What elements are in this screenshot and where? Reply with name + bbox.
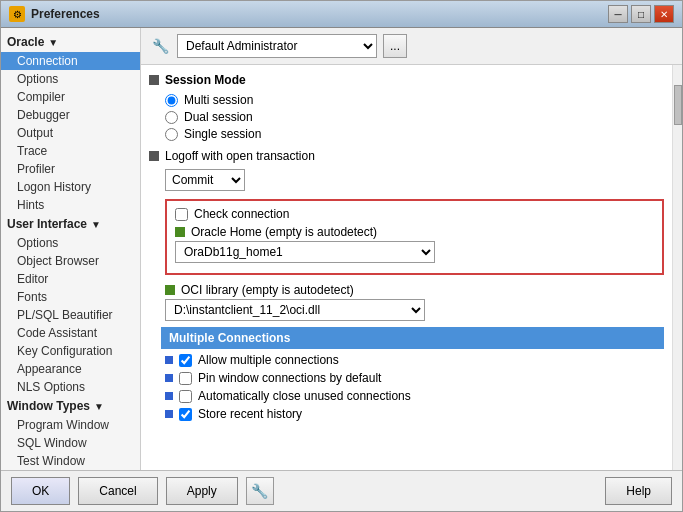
- commit-dropdown-row: Commit Rollback Ask: [165, 169, 245, 191]
- help-icon-button[interactable]: 🔧: [246, 477, 274, 505]
- sidebar-item-test-window[interactable]: Test Window: [1, 452, 140, 470]
- pin-window-marker: [165, 374, 173, 382]
- window-section-arrow: ▼: [94, 401, 104, 412]
- dual-session-option: Dual session: [165, 110, 664, 124]
- sidebar-item-program-window[interactable]: Program Window: [1, 416, 140, 434]
- sidebar-item-connection[interactable]: Connection: [1, 52, 140, 70]
- window-section-header: Window Types ▼: [1, 396, 140, 416]
- sidebar-item-sql-window[interactable]: SQL Window: [1, 434, 140, 452]
- allow-multiple-marker: [165, 356, 173, 364]
- apply-button[interactable]: Apply: [166, 477, 238, 505]
- title-buttons: ─ □ ✕: [608, 5, 674, 23]
- session-mode-group: Multi session Dual session Single sessio…: [165, 93, 664, 141]
- settings-content: Session Mode Multi session Dual session: [141, 65, 672, 470]
- connection-box: Check connection Oracle Home (empty is a…: [165, 199, 664, 275]
- preferences-window: ⚙ Preferences ─ □ ✕ Oracle ▼ Connection …: [0, 0, 683, 512]
- pin-window-checkbox[interactable]: [179, 372, 192, 385]
- scrollbar-thumb[interactable]: [674, 85, 682, 125]
- ui-section-label: User Interface: [7, 217, 87, 231]
- store-recent-row: Store recent history: [165, 407, 664, 421]
- sidebar-item-options[interactable]: Options: [1, 70, 140, 88]
- oci-select-row: D:\instantclient_11_2\oci.dll: [165, 299, 664, 321]
- oracle-home-select[interactable]: OraDb11g_home1: [175, 241, 435, 263]
- sidebar-item-appearance[interactable]: Appearance: [1, 360, 140, 378]
- allow-multiple-label: Allow multiple connections: [198, 353, 339, 367]
- sidebar-item-key-configuration[interactable]: Key Configuration: [1, 342, 140, 360]
- sidebar-item-ui-options[interactable]: Options: [1, 234, 140, 252]
- window-title: Preferences: [31, 7, 602, 21]
- multi-session-label: Multi session: [184, 93, 253, 107]
- window-icon: ⚙: [9, 6, 25, 22]
- allow-section: Allow multiple connections Pin window co…: [165, 353, 664, 421]
- oci-section: OCI library (empty is autodetect) D:\ins…: [165, 283, 664, 321]
- store-recent-label: Store recent history: [198, 407, 302, 421]
- oci-marker: [165, 285, 175, 295]
- sidebar-item-profiler[interactable]: Profiler: [1, 160, 140, 178]
- sidebar-item-editor[interactable]: Editor: [1, 270, 140, 288]
- sidebar-item-output[interactable]: Output: [1, 124, 140, 142]
- footer: OK Cancel Apply 🔧 Help: [1, 470, 682, 511]
- sidebar-item-logon-history[interactable]: Logon History: [1, 178, 140, 196]
- session-mode-label: Session Mode: [165, 73, 246, 87]
- sidebar-item-nls-options[interactable]: NLS Options: [1, 378, 140, 396]
- cancel-button[interactable]: Cancel: [78, 477, 157, 505]
- ui-section-arrow: ▼: [91, 219, 101, 230]
- oracle-home-section: Oracle Home (empty is autodetect) OraDb1…: [175, 225, 654, 263]
- multiple-connections-label: Multiple Connections: [169, 331, 290, 345]
- maximize-button[interactable]: □: [631, 5, 651, 23]
- oracle-section-label: Oracle: [7, 35, 44, 49]
- sidebar-item-fonts[interactable]: Fonts: [1, 288, 140, 306]
- logoff-section: Commit Rollback Ask: [165, 169, 664, 191]
- allow-multiple-checkbox[interactable]: [179, 354, 192, 367]
- sidebar-item-object-browser[interactable]: Object Browser: [1, 252, 140, 270]
- oracle-home-label: Oracle Home (empty is autodetect): [175, 225, 654, 239]
- help-button[interactable]: Help: [605, 477, 672, 505]
- check-connection-row: Check connection: [175, 207, 654, 221]
- oracle-section-arrow: ▼: [48, 37, 58, 48]
- dual-session-radio[interactable]: [165, 111, 178, 124]
- store-recent-checkbox[interactable]: [179, 408, 192, 421]
- oracle-home-select-row: OraDb11g_home1: [175, 241, 654, 263]
- logoff-label: Logoff with open transaction: [165, 149, 315, 163]
- sidebar-item-plsql-beautifier[interactable]: PL/SQL Beautifier: [1, 306, 140, 324]
- multiple-connections-header[interactable]: Multiple Connections: [161, 327, 664, 349]
- logoff-marker: [149, 151, 159, 161]
- window-section-label: Window Types: [7, 399, 90, 413]
- dual-session-label: Dual session: [184, 110, 253, 124]
- sidebar-item-code-assistant[interactable]: Code Assistant: [1, 324, 140, 342]
- oci-select[interactable]: D:\instantclient_11_2\oci.dll: [165, 299, 425, 321]
- minimize-button[interactable]: ─: [608, 5, 628, 23]
- single-session-radio[interactable]: [165, 128, 178, 141]
- pin-window-label: Pin window connections by default: [198, 371, 381, 385]
- auto-close-checkbox[interactable]: [179, 390, 192, 403]
- session-mode-marker: [149, 75, 159, 85]
- profile-icon: 🔧: [149, 35, 171, 57]
- multi-session-radio[interactable]: [165, 94, 178, 107]
- commit-select[interactable]: Commit Rollback Ask: [165, 169, 245, 191]
- sidebar-item-trace[interactable]: Trace: [1, 142, 140, 160]
- sidebar-item-debugger[interactable]: Debugger: [1, 106, 140, 124]
- main-content-area: Oracle ▼ Connection Options Compiler Deb…: [1, 28, 682, 470]
- scrollbar[interactable]: [672, 65, 682, 470]
- pin-window-row: Pin window connections by default: [165, 371, 664, 385]
- profile-select[interactable]: Default Administrator: [177, 34, 377, 58]
- check-connection-label: Check connection: [194, 207, 289, 221]
- multi-session-option: Multi session: [165, 93, 664, 107]
- oracle-home-marker: [175, 227, 185, 237]
- main-panel: 🔧 Default Administrator ... Session Mode: [141, 28, 682, 470]
- auto-close-label: Automatically close unused connections: [198, 389, 411, 403]
- sidebar-item-hints[interactable]: Hints: [1, 196, 140, 214]
- close-button[interactable]: ✕: [654, 5, 674, 23]
- profile-toolbar: 🔧 Default Administrator ...: [141, 28, 682, 65]
- single-session-label: Single session: [184, 127, 261, 141]
- allow-multiple-row: Allow multiple connections: [165, 353, 664, 367]
- check-connection-checkbox[interactable]: [175, 208, 188, 221]
- title-bar: ⚙ Preferences ─ □ ✕: [1, 1, 682, 28]
- ok-button[interactable]: OK: [11, 477, 70, 505]
- oracle-section-header: Oracle ▼: [1, 32, 140, 52]
- auto-close-row: Automatically close unused connections: [165, 389, 664, 403]
- single-session-option: Single session: [165, 127, 664, 141]
- toolbar-more-button[interactable]: ...: [383, 34, 407, 58]
- sidebar-item-compiler[interactable]: Compiler: [1, 88, 140, 106]
- auto-close-marker: [165, 392, 173, 400]
